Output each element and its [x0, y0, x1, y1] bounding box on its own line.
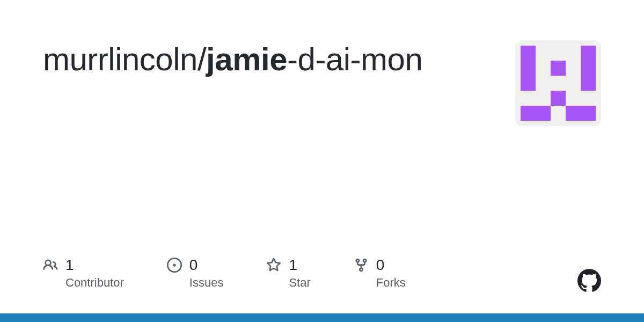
forks-count: 0	[376, 257, 385, 274]
contributors-label: Contributor	[65, 276, 124, 290]
people-icon	[43, 258, 58, 273]
github-logo-icon	[577, 269, 601, 292]
repo-name-rest: -d-ai-mon	[287, 41, 422, 77]
forks-label: Forks	[376, 276, 406, 290]
repo-name-bold: jamie	[206, 41, 287, 77]
header-row: murrlincoln/jamie-d-ai-mon	[43, 40, 601, 126]
stars-label: Star	[289, 276, 310, 290]
svg-rect-5	[521, 76, 536, 91]
stars-count: 1	[289, 257, 297, 274]
card-container: murrlincoln/jamie-d-ai-mon	[0, 0, 644, 322]
stats-row: 1 Contributor 0 Issues 1 Star	[43, 257, 406, 290]
svg-rect-8	[521, 106, 551, 121]
repo-avatar	[515, 40, 601, 126]
star-icon	[266, 258, 281, 273]
svg-rect-0	[521, 46, 536, 61]
repo-owner: murrlincoln	[43, 41, 197, 77]
svg-rect-2	[521, 61, 536, 76]
svg-rect-6	[581, 76, 596, 91]
svg-rect-4	[581, 61, 596, 76]
contributors-count: 1	[65, 257, 74, 274]
repo-title: murrlincoln/jamie-d-ai-mon	[43, 40, 422, 79]
issues-label: Issues	[189, 276, 224, 290]
accent-bar	[0, 313, 644, 322]
svg-rect-7	[551, 91, 566, 106]
stat-issues[interactable]: 0 Issues	[167, 257, 224, 290]
identicon-icon	[521, 46, 596, 121]
stat-stars[interactable]: 1 Star	[266, 257, 310, 290]
issue-icon	[167, 258, 182, 273]
issues-count: 0	[189, 257, 198, 274]
svg-rect-1	[581, 46, 596, 61]
svg-rect-3	[551, 61, 566, 76]
stat-contributors[interactable]: 1 Contributor	[43, 257, 124, 290]
svg-rect-9	[566, 106, 596, 121]
stat-forks[interactable]: 0 Forks	[354, 257, 406, 290]
fork-icon	[354, 258, 369, 273]
